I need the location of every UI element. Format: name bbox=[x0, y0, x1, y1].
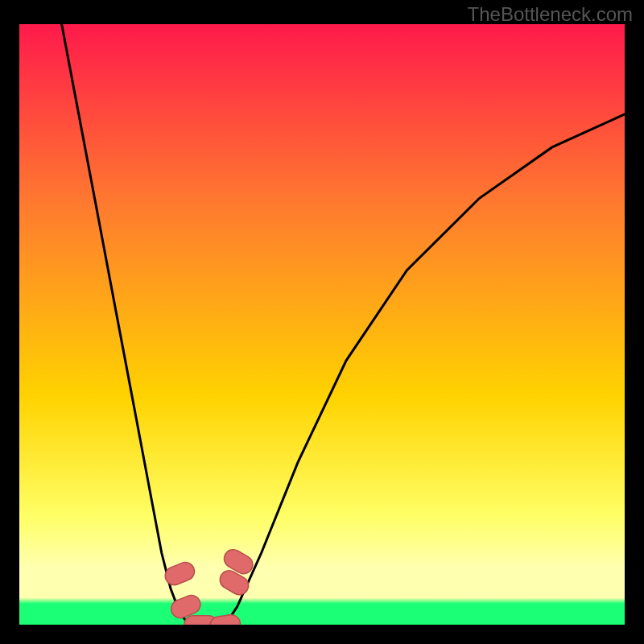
chart-svg bbox=[19, 24, 625, 625]
chart-background bbox=[19, 24, 625, 625]
chart-plot-area bbox=[19, 24, 625, 625]
watermark-text: TheBottleneck.com bbox=[468, 3, 633, 26]
chart-frame: TheBottleneck.com bbox=[0, 0, 644, 644]
